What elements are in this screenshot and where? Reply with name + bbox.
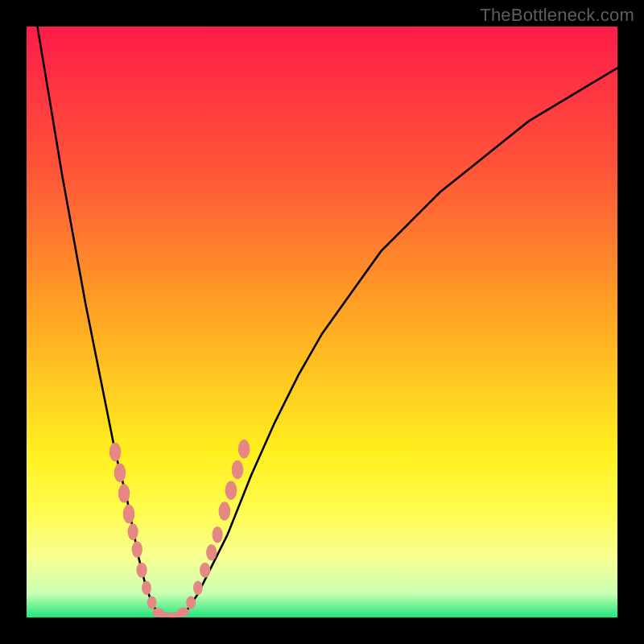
data-marker (213, 526, 223, 543)
bottleneck-curve (27, 27, 617, 617)
data-marker (142, 581, 151, 596)
data-marker (177, 608, 189, 617)
watermark-text: TheBottleneck.com (480, 5, 634, 26)
chart-plot-area (27, 27, 617, 617)
data-marker (232, 460, 244, 479)
data-marker (123, 505, 135, 523)
data-marker (206, 544, 217, 561)
data-marker (118, 484, 130, 502)
data-marker (132, 541, 142, 558)
data-marker (238, 440, 250, 458)
data-marker (128, 523, 138, 540)
data-marker (225, 481, 237, 500)
data-marker (193, 581, 203, 596)
data-marker (114, 464, 126, 482)
data-marker (109, 443, 122, 461)
data-marker (219, 502, 231, 520)
data-marker (186, 597, 196, 609)
data-marker (147, 597, 157, 609)
chart-svg (27, 27, 617, 617)
data-marker (137, 563, 147, 578)
data-marker (200, 563, 210, 578)
chart-frame: TheBottleneck.com (0, 0, 644, 644)
